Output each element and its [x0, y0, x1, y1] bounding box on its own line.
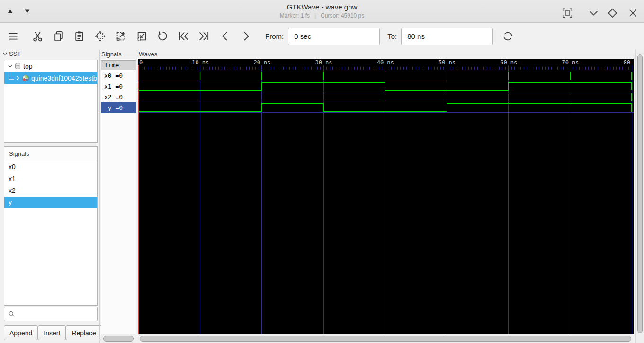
skip-to-start-icon: [177, 30, 190, 43]
window-subtitle: Marker: 1 fs|Cursor: 45910 ps: [95, 12, 549, 19]
sst-header[interactable]: SST: [2, 49, 21, 58]
toolbar: From: To:: [0, 23, 644, 50]
tree-item-top[interactable]: top: [4, 60, 97, 72]
timeline-label: 40: [365, 59, 384, 65]
sst-tree: top quine3dnf100425testbe: [4, 60, 98, 143]
time-header[interactable]: Time: [101, 60, 136, 70]
append-button[interactable]: Append: [4, 325, 38, 340]
window-title: GTKWave - wave.ghw: [95, 3, 549, 11]
waves-hscrollbar-thumb[interactable]: [140, 336, 631, 342]
to-label: To:: [387, 32, 397, 40]
to-input[interactable]: [401, 28, 493, 45]
timeline-label: 60: [488, 59, 507, 65]
component-icon: [14, 63, 21, 70]
chevron-right-icon: [240, 30, 252, 43]
module-icon: [22, 74, 29, 82]
signal-list-item-x2[interactable]: x2: [4, 185, 97, 197]
signal-list-item-y[interactable]: y: [4, 197, 97, 208]
timeline-unit: ns: [387, 59, 394, 65]
timeline-label: 30: [303, 59, 322, 65]
cut-icon: [31, 30, 44, 43]
waves-vscrollbar-thumb[interactable]: [637, 54, 643, 333]
timeline-unit: ns: [572, 59, 579, 65]
zoom-out-icon: [135, 30, 148, 43]
timeline-label: 70: [550, 59, 569, 65]
reload-button[interactable]: [499, 27, 517, 45]
pane-divider[interactable]: [99, 50, 100, 343]
paste-button[interactable]: [70, 27, 88, 45]
tree-connector: [9, 72, 14, 80]
next-button[interactable]: [237, 27, 255, 45]
zoom-fit-button[interactable]: [91, 27, 109, 45]
fullscreen-button[interactable]: [561, 7, 574, 19]
trace-x1: [139, 82, 632, 90]
chevron-left-icon: [219, 30, 232, 43]
insert-button[interactable]: Insert: [38, 325, 66, 340]
menu-icon: [7, 30, 19, 43]
triangle-down-icon: [24, 9, 31, 14]
headerbar: GTKWave - wave.ghw Marker: 1 fs|Cursor: …: [0, 0, 644, 23]
tree-item-module[interactable]: quine3dnf100425testbe: [4, 72, 97, 84]
signals-list: x0x1x2y: [4, 161, 97, 208]
action-buttons: Append Insert Replace: [4, 325, 98, 340]
scroll-up-button[interactable]: [3, 5, 17, 18]
search-input[interactable]: [18, 310, 93, 318]
waves-hscrollbar[interactable]: [138, 334, 634, 343]
window-controls: [561, 7, 639, 19]
trace-x0: [139, 72, 632, 80]
cut-button[interactable]: [28, 27, 46, 45]
search-icon: [8, 310, 15, 317]
wave-name-row[interactable]: y =0: [101, 102, 136, 113]
skip-to-end-icon: [198, 30, 211, 43]
timeline-label: 80: [611, 59, 630, 65]
tree-item-label: top: [23, 63, 32, 70]
timeline-unit: ns: [449, 59, 456, 65]
maximize-button[interactable]: [606, 7, 619, 19]
timeline-unit: ns: [202, 59, 209, 65]
wave-name-row[interactable]: x2 =0: [101, 92, 136, 103]
prev-button[interactable]: [216, 27, 234, 45]
chevron-down-icon: [587, 7, 600, 19]
marker-status: Marker: 1 fs: [280, 12, 310, 19]
timeline-label: 50: [427, 59, 446, 65]
to-end-button[interactable]: [195, 27, 213, 45]
from-label: From:: [265, 32, 284, 40]
expander-right-icon[interactable]: [14, 75, 21, 81]
zoom-in-button[interactable]: [112, 27, 130, 45]
copy-button[interactable]: [49, 27, 67, 45]
wave-names-label: Signals: [101, 51, 122, 58]
timeline-label: 0: [139, 59, 143, 65]
wave-name-row[interactable]: x1 =0: [101, 81, 136, 92]
cursor-status: Cursor: 45910 ps: [321, 12, 364, 19]
signal-list-item-x0[interactable]: x0: [4, 161, 97, 173]
status-separator: |: [314, 12, 316, 19]
diamond-icon: [606, 7, 619, 19]
to-start-button[interactable]: [174, 27, 192, 45]
wave-canvas[interactable]: 010ns20ns30ns40ns50ns60ns70ns80ns: [138, 59, 634, 334]
expander-down-icon[interactable]: [6, 63, 14, 69]
signal-list-item-x1[interactable]: x1: [4, 173, 97, 185]
undo-button[interactable]: [153, 27, 171, 45]
timeline-unit: ns: [325, 59, 332, 65]
wave-name-row[interactable]: x0 =0: [101, 71, 136, 81]
minimize-button[interactable]: [587, 7, 600, 19]
waves-vscrollbar[interactable]: [635, 50, 644, 343]
tree-item-label: quine3dnf100425testbe: [31, 74, 97, 82]
timeline-unit: ns: [510, 59, 517, 65]
frame-line: [159, 54, 634, 54]
zoom-in-icon: [115, 30, 127, 43]
zoom-out-button[interactable]: [133, 27, 151, 45]
scroll-down-button[interactable]: [20, 5, 34, 18]
close-button[interactable]: [626, 7, 639, 19]
undo-icon: [156, 30, 169, 43]
menu-button[interactable]: [4, 27, 22, 45]
fullscreen-icon: [561, 7, 574, 19]
timeline-label: 20: [242, 59, 260, 65]
gtkwave-window: GTKWave - wave.ghw Marker: 1 fs|Cursor: …: [0, 0, 644, 343]
reload-icon: [501, 30, 514, 43]
replace-button[interactable]: Replace: [66, 325, 101, 340]
names-hscrollbar[interactable]: [101, 334, 136, 343]
from-input[interactable]: [288, 28, 380, 45]
timeline-unit: ns: [264, 59, 270, 65]
names-hscrollbar-thumb[interactable]: [103, 336, 134, 342]
